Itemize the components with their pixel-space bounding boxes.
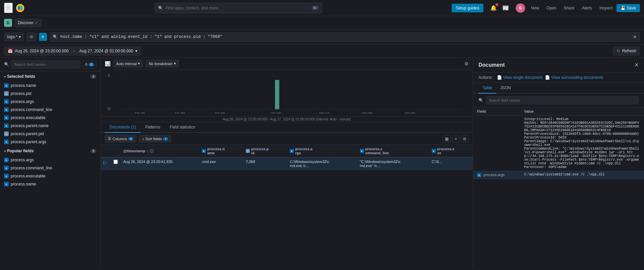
d-badge[interactable]: D <box>4 19 12 27</box>
tab-documents[interactable]: Documents (1) <box>105 122 141 133</box>
refresh-label: Refresh <box>622 49 636 53</box>
field-type-k-icon: k <box>4 158 9 162</box>
process-pid-col-header[interactable]: # process.pid <box>243 145 287 157</box>
expand-col-header <box>101 145 111 157</box>
filter-button[interactable]: ⚙ <box>27 33 36 41</box>
chart-toggle-button[interactable]: 📊 <box>105 61 110 66</box>
global-search-input[interactable] <box>166 6 309 10</box>
table-view-button[interactable]: ▦ <box>443 135 451 143</box>
index-pattern-selector[interactable]: logs-* ▾ <box>4 33 24 41</box>
field-item-process-args[interactable]: k process.args <box>0 98 100 106</box>
menu-icon[interactable]: ☰ <box>4 3 13 13</box>
process-name-col-header[interactable]: k process.name <box>199 145 243 157</box>
field-type-k-icon: k <box>4 99 9 104</box>
setup-guides-button[interactable]: Setup guides <box>452 4 483 12</box>
field-item-process-executable[interactable]: k process.executable <box>0 114 100 122</box>
row-view-button[interactable]: ≡ <box>452 135 459 143</box>
news-icon[interactable]: 📰 <box>501 3 510 12</box>
field-type-k-icon: k <box>202 149 206 153</box>
field-list: ▾ Selected fields 8 k process.name # pro… <box>0 71 100 269</box>
row-expand-icon[interactable]: ▷ <box>103 160 107 165</box>
elastic-logo[interactable] <box>15 3 25 13</box>
field-item-process-parent-name[interactable]: k process.parent.name <box>0 122 100 130</box>
panel-title: Document <box>478 62 634 68</box>
chevron-down-icon: ▾ <box>135 49 137 53</box>
timestamp-label: @timestamp <box>123 149 145 153</box>
process-args-label: process.args <box>295 147 312 155</box>
popular-field-item-process-args[interactable]: k process.args <box>0 156 100 164</box>
field-item-process-parent-args[interactable]: k process.parent.args <box>0 138 100 146</box>
field-item-process-parent-pid[interactable]: # process.parent.pid <box>0 130 100 138</box>
query-input-area[interactable]: 🔍 host.name : "c1" and winlog.event_id :… <box>50 32 640 42</box>
interval-selector[interactable]: Auto interval ▾ <box>113 60 143 67</box>
field-item-process-command-line[interactable]: k process.command_line <box>0 106 100 114</box>
field-item-process-pid[interactable]: # process.pid <box>0 90 100 98</box>
alerts-button[interactable]: Alerts <box>579 4 596 12</box>
view-single-document-link[interactable]: 📄 View single document <box>497 75 543 80</box>
chart-settings-button[interactable]: ⚙ <box>464 61 469 66</box>
new-button[interactable]: New <box>528 4 543 12</box>
timestamp-col-header[interactable]: @timestamp ↑ ⓘ <box>121 145 199 157</box>
field-type-k-icon: k <box>477 173 481 177</box>
tab-field-statistics[interactable]: Field statistics <box>165 122 199 133</box>
inspect-button[interactable]: Inspect <box>596 4 616 12</box>
selected-fields-section-header[interactable]: ▾ Selected fields 8 <box>0 71 100 82</box>
panel-tab-json[interactable]: JSON <box>496 83 515 94</box>
search-icon: 🔍 <box>4 62 9 67</box>
popular-field-item-process-name[interactable]: k process.name <box>0 180 100 188</box>
expand-cell[interactable]: ▷ <box>101 157 111 170</box>
notifications-icon[interactable]: 🔔 <box>489 3 498 12</box>
document-row-2: k process.args C:\Windows\system32\cmd.e… <box>473 171 644 179</box>
date-arrow-icon: → <box>72 49 76 53</box>
breakdown-selector[interactable]: No breakdown ▾ <box>146 60 179 67</box>
main-layout: 🔍 ⚙ 0 ▾ Selected fields 8 k process.name <box>0 58 644 269</box>
popular-field-item-process-command-line[interactable]: k process.command_line <box>0 164 100 172</box>
panel-close-button[interactable]: ✕ <box>634 62 639 68</box>
process-cmd-col-header[interactable]: k process.command_line <box>357 145 429 157</box>
field-label: process.name <box>11 83 36 88</box>
user-avatar[interactable]: S <box>516 3 525 13</box>
clear-query-button[interactable]: ✕ <box>633 34 637 40</box>
svg-point-3 <box>18 6 20 10</box>
share-button[interactable]: Share <box>560 4 578 12</box>
field-type-k-icon: k <box>4 107 9 112</box>
field-item-process-name[interactable]: k process.name <box>0 82 100 90</box>
open-button[interactable]: Open <box>543 4 560 12</box>
view-surrounding-documents-link[interactable]: 📄 View surrounding documents <box>545 75 603 80</box>
process-args-col-header[interactable]: k process.args <box>287 145 357 157</box>
field-label: process.args <box>11 158 34 162</box>
row-checkbox[interactable] <box>113 160 118 164</box>
timestamp-cell: Aug 26, 2024 @ 23:20:41.835 <box>121 157 199 170</box>
process-exe-col-header[interactable]: k process.exe <box>429 145 473 157</box>
process-args-cell: C:\Windows\system32\cmd.exe /c... <box>287 157 357 170</box>
add-filter-button[interactable]: + <box>39 33 47 41</box>
field-label: process.args <box>11 99 34 104</box>
full-view-button[interactable]: ⊞ <box>461 135 469 143</box>
field-filter-button[interactable]: ⚙ 0 <box>82 61 96 68</box>
field-label: process.parent.name <box>11 123 49 128</box>
breakdown-label: No breakdown <box>149 62 173 66</box>
save-button[interactable]: 💾 Save <box>616 4 640 12</box>
field-type-k-icon: k <box>4 166 9 170</box>
tab-patterns[interactable]: Patterns <box>141 122 165 133</box>
svg-text:23:15: 23:15 <box>134 112 145 114</box>
panel-search-area: 🔍 <box>473 94 644 107</box>
refresh-icon: ↻ <box>617 49 620 53</box>
date-range-picker[interactable]: 📅 Aug 26, 2024 @ 23:20:00.000 → Aug 27, … <box>4 47 141 55</box>
panel-tab-table[interactable]: Table <box>478 83 496 94</box>
popular-field-item-process-executable[interactable]: k process.executable <box>0 172 100 180</box>
discover-button[interactable]: Discover ✓ <box>15 19 41 27</box>
sort-fields-button[interactable]: ↕ Sort fields 1 <box>139 135 171 143</box>
field-label: process.executable <box>11 115 45 120</box>
field-label: process.parent.pid <box>11 131 44 136</box>
refresh-button[interactable]: ↻ Refresh <box>613 47 640 55</box>
columns-button[interactable]: ☰ Columns 9 <box>105 135 136 143</box>
field-type-hash-icon: # <box>4 131 9 136</box>
chart-range-label: Aug 26, 2024 @ 23:20:00.000 - Aug 27, 20… <box>101 117 473 122</box>
field-search-input[interactable] <box>11 60 80 68</box>
checkbox-cell[interactable] <box>111 157 121 170</box>
panel-field-search-input[interactable] <box>486 96 639 104</box>
popular-fields-section-header[interactable]: ▾ Popular fields 8 <box>0 146 100 156</box>
columns-label: Columns <box>112 137 127 141</box>
sort-asc-icon: ↑ <box>147 149 149 153</box>
